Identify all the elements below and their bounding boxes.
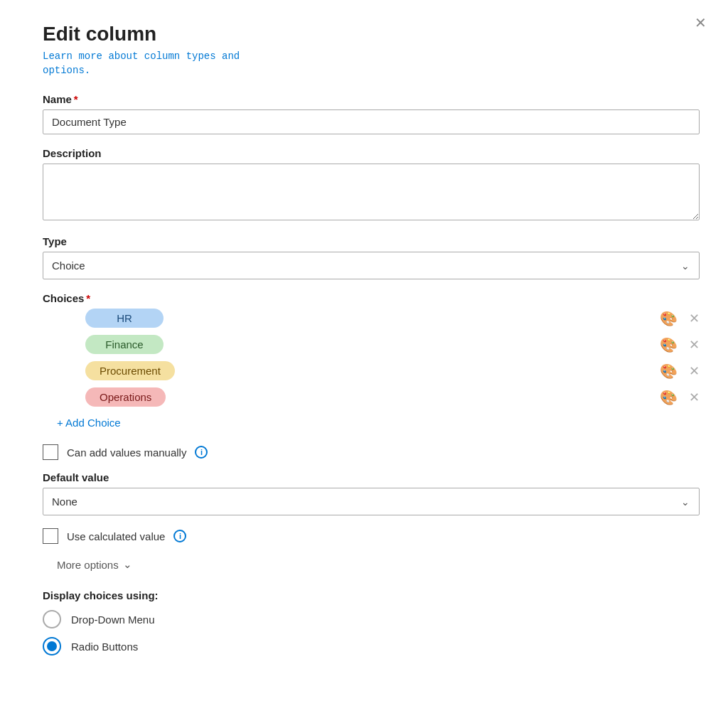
edit-column-panel: ✕ Edit column Learn more about column ty… [0,0,728,728]
choices-label: Choices* [43,292,700,304]
close-button[interactable]: ✕ [695,16,707,30]
add-choice-button[interactable]: + Add Choice [57,414,121,432]
choices-required-star: * [86,292,90,304]
type-select[interactable]: Choice [43,252,700,279]
display-choices-label: Display choices using: [43,589,700,601]
type-label: Type [43,235,700,247]
can-add-manually-row: Can add values manually i [43,444,700,460]
radio-radiobuttons-label: Radio Buttons [71,641,138,653]
radio-dropdown-label: Drop-Down Menu [71,614,155,626]
description-input[interactable] [43,164,700,220]
can-add-manually-checkbox[interactable] [43,444,58,460]
radio-dropdown[interactable] [43,610,61,628]
description-label: Description [43,147,700,159]
display-choices-section: Display choices using: Drop-Down Menu Ra… [43,589,700,655]
learn-more-link[interactable]: Learn more about column types and option… [43,50,240,77]
choice-actions-operations: 🎨 ✕ [660,389,700,406]
more-options-label: More options [57,559,119,571]
paint-icon-finance[interactable]: 🎨 [660,336,678,353]
required-star: * [74,93,78,105]
radio-radiobuttons-row: Radio Buttons [43,637,700,655]
name-input[interactable] [43,109,700,134]
more-options-chevron-icon: ⌄ [123,558,132,571]
type-select-wrapper: Choice ⌄ [43,252,700,279]
radio-dropdown-row: Drop-Down Menu [43,610,700,628]
choice-pill-hr: HR [85,309,164,328]
use-calculated-info-icon[interactable]: i [173,530,186,542]
more-options-button[interactable]: More options ⌄ [57,555,132,574]
use-calculated-row: Use calculated value i [43,528,700,544]
choices-section: Choices* HR 🎨 ✕ Finance 🎨 ✕ Procurement … [43,292,700,407]
use-calculated-label: Use calculated value [67,530,165,542]
choice-pill-procurement: Procurement [85,361,175,380]
choice-item-finance: Finance 🎨 ✕ [43,335,700,354]
remove-icon-procurement[interactable]: ✕ [689,363,700,379]
choice-item-procurement: Procurement 🎨 ✕ [43,361,700,380]
choice-pill-finance: Finance [85,335,164,354]
paint-icon-procurement[interactable]: 🎨 [660,363,678,380]
can-add-manually-label: Can add values manually [67,446,186,459]
remove-icon-hr[interactable]: ✕ [689,311,700,326]
radio-radiobuttons-inner [47,641,57,651]
paint-icon-operations[interactable]: 🎨 [660,389,678,406]
choice-item-hr: HR 🎨 ✕ [43,309,700,328]
radio-radiobuttons[interactable] [43,637,61,655]
remove-icon-finance[interactable]: ✕ [689,337,700,353]
default-value-label: Default value [43,471,700,483]
choice-actions-hr: 🎨 ✕ [660,310,700,327]
panel-title: Edit column [43,23,700,46]
choice-item-operations: Operations 🎨 ✕ [43,387,700,407]
paint-icon-hr[interactable]: 🎨 [660,310,678,327]
choice-actions-finance: 🎨 ✕ [660,336,700,353]
can-add-manually-info-icon[interactable]: i [195,446,208,459]
use-calculated-checkbox[interactable] [43,528,58,544]
choice-pill-operations: Operations [85,387,166,407]
default-value-select[interactable]: None [43,488,700,515]
remove-icon-operations[interactable]: ✕ [689,390,700,405]
default-value-select-wrapper: None ⌄ [43,488,700,515]
name-label: Name* [43,93,700,105]
choice-actions-procurement: 🎨 ✕ [660,363,700,380]
